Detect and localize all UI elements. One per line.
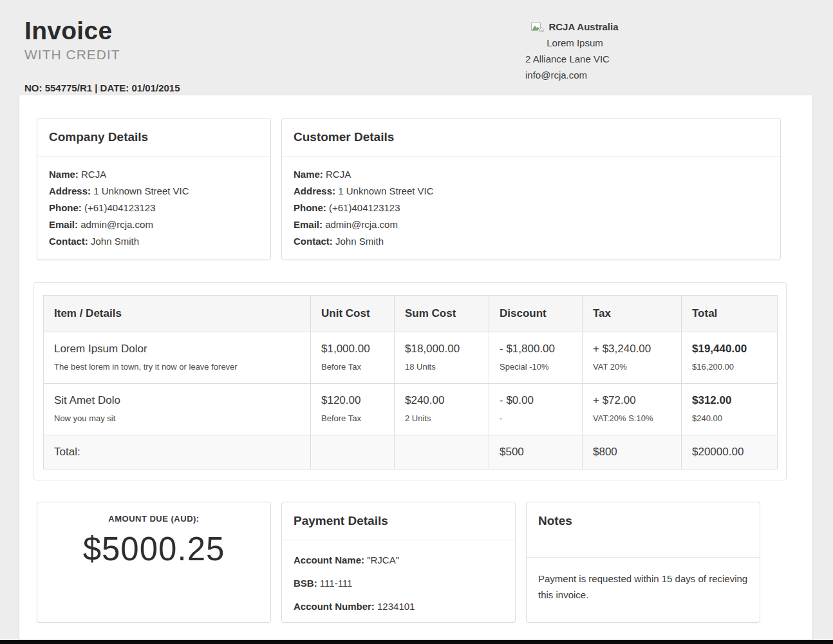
field-value: 111-111 — [320, 578, 353, 589]
cell-unit-cost: $120.00 Before Tax — [311, 384, 395, 435]
field-label: Contact: — [49, 236, 88, 247]
invoice-number-and-date: NO: 554775/R1 | DATE: 01/01/2015 — [24, 82, 180, 93]
total-value: $312.00 — [692, 394, 767, 407]
cell-total: $312.00 $240.00 — [682, 384, 778, 435]
field-value: "RJCA" — [367, 554, 399, 565]
company-contact-line: Contact: John Smith — [49, 233, 259, 250]
page-title: Invoice — [24, 18, 120, 44]
notes-panel: Notes Payment is requested within 15 day… — [526, 502, 760, 623]
field-value: (+61)404123123 — [329, 202, 400, 213]
broken-image-icon — [531, 23, 544, 32]
company-name-line: Name: RCJA — [49, 166, 259, 183]
customer-phone-line: Phone: (+61)404123123 — [294, 200, 769, 216]
field-label: Phone: — [294, 202, 326, 213]
field-value: RCJA — [326, 169, 351, 180]
field-label: Account Number: — [294, 601, 375, 612]
seller-address: 2 Alliance Lane VIC — [525, 51, 624, 67]
unit-cost-note: Before Tax — [321, 362, 384, 372]
item-name: Lorem Ipsum Dolor — [54, 343, 300, 355]
field-value: admin@rcja.com — [325, 219, 398, 230]
amount-due-value: $5000.25 — [37, 530, 270, 568]
field-value: (+61)404123123 — [84, 202, 156, 213]
field-label: Name: — [294, 169, 323, 180]
cell-sum-cost: $240.00 2 Units — [395, 384, 489, 435]
sum-cost-value: $240.00 — [405, 394, 478, 407]
field-label: Address: — [49, 185, 91, 196]
sum-cost-note: 18 Units — [405, 362, 478, 372]
company-phone-line: Phone: (+61)404123123 — [49, 200, 259, 216]
notes-text: Payment is requested within 15 days of r… — [527, 558, 760, 616]
field-value: RCJA — [81, 169, 106, 180]
cell-tax: + $3,240.00 VAT 20% — [583, 332, 682, 384]
company-email-line: Email: admin@rcja.com — [49, 216, 259, 233]
totals-tax-cell: $800 — [583, 435, 682, 469]
items-table: Item / Details Unit Cost Sum Cost Discou… — [43, 295, 778, 469]
item-name: Sit Amet Dolo — [54, 394, 300, 407]
field-label: Name: — [49, 169, 79, 180]
table-totals-row: Total: $500 $800 $20000.00 — [44, 435, 778, 469]
seller-tagline: Lorem Ipsum — [525, 35, 624, 51]
cell-item: Sit Amet Dolo Now you may sit — [44, 384, 311, 435]
cell-unit-cost: $1,000.00 Before Tax — [311, 332, 395, 384]
totals-empty-cell — [395, 435, 489, 469]
discount-note: - — [500, 413, 572, 423]
details-row: Company Details Name: RCJA Address: 1 Un… — [37, 118, 812, 260]
cell-discount: - $1,800.00 Special -10% — [489, 332, 583, 384]
field-value: admin@rcja.com — [80, 219, 153, 230]
field-label: Contact: — [294, 236, 333, 247]
field-label: Account Name: — [294, 554, 364, 565]
tax-note: VAT 20% — [593, 362, 671, 372]
items-table-container: Item / Details Unit Cost Sum Cost Discou… — [33, 282, 787, 480]
amount-due-label: AMOUNT DUE (AUD): — [37, 514, 270, 524]
company-details-panel: Company Details Name: RCJA Address: 1 Un… — [37, 118, 271, 260]
customer-details-title: Customer Details — [282, 118, 780, 156]
col-header-unit-cost: Unit Cost — [311, 296, 395, 332]
table-row: Lorem Ipsum Dolor The best lorem in town… — [44, 332, 778, 384]
total-note: $240.00 — [692, 413, 767, 423]
customer-details-panel: Customer Details Name: RCJA Address: 1 U… — [281, 118, 781, 260]
sum-cost-value: $18,000.00 — [405, 343, 478, 355]
invoice-card: Company Details Name: RCJA Address: 1 Un… — [19, 95, 812, 639]
col-header-tax: Tax — [583, 296, 682, 332]
payment-details-title: Payment Details — [282, 502, 515, 540]
account-number-line: Account Number: 1234101 — [294, 598, 503, 614]
field-label: BSB: — [294, 578, 317, 589]
field-label: Phone: — [49, 202, 82, 213]
item-description: The best lorem in town, try it now or le… — [54, 362, 300, 372]
seller-block: RCJA Australia Lorem Ipsum 2 Alliance La… — [525, 19, 624, 83]
customer-details-body: Name: RCJA Address: 1 Unknown Street VIC… — [282, 156, 780, 260]
notes-title: Notes — [527, 502, 760, 558]
table-row: Sit Amet Dolo Now you may sit $120.00 Be… — [44, 384, 778, 435]
field-label: Email: — [294, 219, 323, 230]
bsb-line: BSB: 111-111 — [294, 575, 503, 591]
sum-cost-note: 2 Units — [405, 413, 478, 423]
unit-cost-value: $120.00 — [321, 394, 384, 407]
page-header: Invoice WITH CREDIT — [24, 18, 120, 62]
seller-email: info@rcja.com — [525, 67, 624, 83]
discount-value: - $1,800.00 — [500, 343, 572, 355]
customer-name-line: Name: RCJA — [294, 166, 769, 183]
customer-contact-line: Contact: John Smith — [294, 233, 769, 250]
field-value: 1234101 — [377, 601, 415, 612]
totals-label-cell: Total: — [44, 435, 311, 469]
totals-total-cell: $20000.00 — [682, 435, 778, 469]
unit-cost-value: $1,000.00 — [321, 343, 384, 355]
discount-value: - $0.00 — [500, 394, 572, 407]
field-value: John Smith — [335, 236, 384, 247]
company-details-body: Name: RCJA Address: 1 Unknown Street VIC… — [37, 156, 270, 260]
field-label: Email: — [49, 219, 78, 230]
col-header-total: Total — [682, 296, 778, 332]
item-description: Now you may sit — [54, 413, 300, 423]
payment-details-body: Account Name: "RJCA" BSB: 111-111 Accoun… — [282, 540, 515, 623]
total-value: $19,440.00 — [692, 343, 767, 355]
amount-due-panel: AMOUNT DUE (AUD): $5000.25 — [37, 502, 271, 623]
account-name-line: Account Name: "RJCA" — [294, 552, 503, 568]
totals-discount-cell: $500 — [489, 435, 583, 469]
field-value: 1 Unknown Street VIC — [338, 185, 433, 196]
totals-empty-cell — [311, 435, 395, 469]
payment-details-panel: Payment Details Account Name: "RJCA" BSB… — [281, 502, 516, 623]
page-subtitle: WITH CREDIT — [24, 47, 120, 62]
seller-name-line: RCJA Australia Lorem Ipsum — [525, 19, 624, 51]
customer-email-line: Email: admin@rcja.com — [294, 216, 769, 233]
cell-item: Lorem Ipsum Dolor The best lorem in town… — [44, 332, 311, 384]
